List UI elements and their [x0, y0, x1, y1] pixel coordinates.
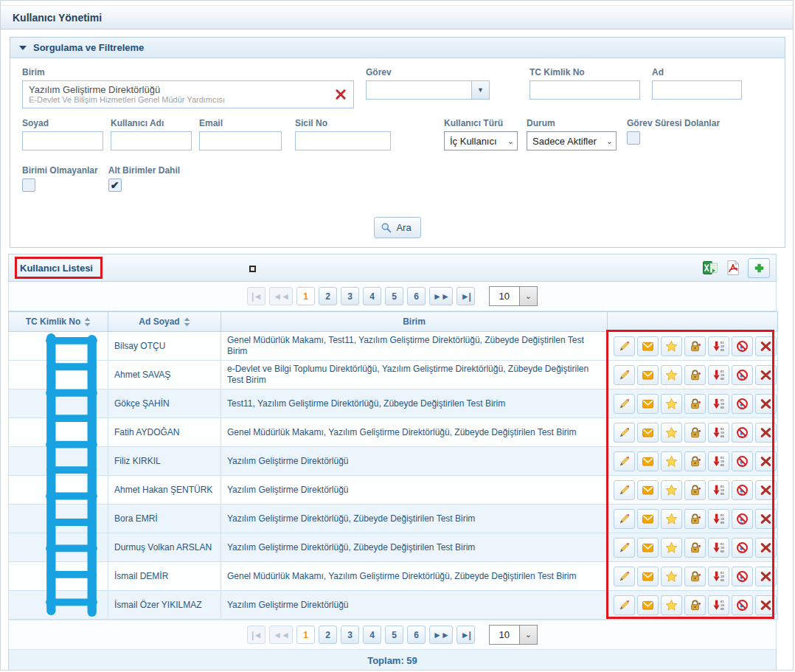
delete-x-button[interactable] — [755, 336, 777, 356]
page-button-5[interactable]: 5 — [385, 626, 403, 644]
pdf-export-icon[interactable] — [725, 260, 741, 276]
prev-page-button[interactable]: ◄◄ — [269, 287, 293, 305]
block-user-button[interactable] — [732, 567, 753, 586]
pencil-edit-button[interactable] — [614, 480, 635, 500]
excel-export-icon[interactable] — [702, 260, 718, 276]
block-user-button[interactable] — [732, 423, 753, 443]
envelope-button[interactable] — [637, 336, 659, 356]
delete-x-button[interactable] — [755, 538, 777, 558]
kullanici-adi-input[interactable] — [111, 131, 192, 150]
envelope-button[interactable] — [637, 509, 659, 529]
lock-button[interactable] — [684, 538, 706, 558]
ad-input[interactable] — [652, 80, 742, 100]
next-page-button[interactable]: ►► — [429, 626, 453, 644]
lock-button[interactable] — [684, 509, 706, 529]
envelope-button[interactable] — [637, 394, 659, 414]
envelope-button[interactable] — [637, 480, 659, 500]
add-user-button[interactable] — [748, 258, 770, 278]
lock-button[interactable] — [684, 365, 706, 385]
arrow-down-binary-button[interactable]: 011000 — [708, 336, 729, 356]
lock-button[interactable] — [684, 567, 706, 586]
envelope-button[interactable] — [637, 595, 659, 615]
star-button[interactable] — [661, 336, 682, 356]
block-user-button[interactable] — [732, 365, 753, 385]
lock-button[interactable] — [684, 595, 706, 615]
filter-panel-header[interactable]: Sorgulama ve Filtreleme — [10, 38, 785, 58]
arrow-down-binary-button[interactable]: 011000 — [708, 365, 729, 385]
gorev-suresi-checkbox[interactable] — [627, 131, 640, 145]
kullanici-turu-select[interactable]: İç Kullanıcı ⌄ — [444, 131, 518, 150]
arrow-down-binary-button[interactable]: 011000 — [708, 423, 729, 443]
block-user-button[interactable] — [732, 451, 753, 471]
arrow-down-binary-button[interactable]: 011000 — [708, 480, 729, 500]
arrow-down-binary-button[interactable]: 011000 — [708, 394, 729, 414]
delete-x-button[interactable] — [755, 365, 777, 385]
page-button-6[interactable]: 6 — [407, 287, 426, 305]
delete-x-button[interactable] — [755, 394, 777, 414]
pencil-edit-button[interactable] — [614, 509, 635, 529]
birim-autocomplete[interactable]: Yazılım Geliştirme Direktörlüğü E-Devlet… — [22, 80, 354, 108]
page-button-1[interactable]: 1 — [296, 626, 315, 644]
block-user-button[interactable] — [732, 509, 753, 529]
header-birim[interactable]: Birim — [221, 312, 608, 332]
pencil-edit-button[interactable] — [614, 595, 635, 615]
pencil-edit-button[interactable] — [614, 538, 635, 558]
lock-button[interactable] — [684, 336, 706, 356]
envelope-button[interactable] — [637, 451, 659, 471]
delete-x-button[interactable] — [755, 567, 777, 586]
delete-x-button[interactable] — [755, 423, 777, 443]
page-button-4[interactable]: 4 — [363, 626, 381, 644]
page-button-3[interactable]: 3 — [341, 626, 359, 644]
block-user-button[interactable] — [732, 480, 753, 500]
pencil-edit-button[interactable] — [614, 567, 635, 586]
page-button-6[interactable]: 6 — [407, 626, 426, 644]
delete-x-button[interactable] — [755, 451, 777, 471]
pencil-edit-button[interactable] — [614, 423, 635, 443]
star-button[interactable] — [661, 423, 682, 443]
block-user-button[interactable] — [732, 336, 753, 356]
pencil-edit-button[interactable] — [614, 451, 635, 471]
page-button-2[interactable]: 2 — [319, 626, 337, 644]
star-button[interactable] — [661, 509, 682, 529]
page-button-2[interactable]: 2 — [319, 287, 337, 305]
first-page-button[interactable]: |◄ — [247, 287, 265, 305]
star-button[interactable] — [661, 595, 682, 615]
header-tc-kimlik[interactable]: TC Kimlik No — [9, 312, 108, 332]
block-user-button[interactable] — [732, 394, 753, 414]
last-page-button[interactable]: ►| — [456, 287, 475, 305]
red-x-clear-icon[interactable] — [334, 88, 347, 101]
arrow-down-binary-button[interactable]: 011000 — [708, 595, 729, 615]
last-page-button[interactable]: ►| — [456, 626, 475, 644]
envelope-button[interactable] — [637, 365, 659, 385]
pencil-edit-button[interactable] — [614, 336, 635, 356]
arrow-down-binary-button[interactable]: 011000 — [708, 451, 729, 471]
page-button-4[interactable]: 4 — [363, 287, 381, 305]
star-button[interactable] — [661, 538, 682, 558]
lock-button[interactable] — [684, 394, 706, 414]
envelope-button[interactable] — [637, 567, 659, 586]
arrow-down-binary-button[interactable]: 011000 — [708, 567, 729, 586]
star-button[interactable] — [661, 451, 682, 471]
prev-page-button[interactable]: ◄◄ — [269, 626, 293, 644]
search-button[interactable]: Ara — [374, 217, 420, 238]
durum-select[interactable]: Sadece Aktifler ⌄ — [527, 131, 617, 150]
star-button[interactable] — [661, 567, 682, 586]
page-button-5[interactable]: 5 — [385, 287, 403, 305]
delete-x-button[interactable] — [755, 480, 777, 500]
tc-kimlik-input[interactable] — [530, 80, 640, 100]
page-button-1[interactable]: 1 — [296, 287, 315, 305]
sicil-no-input[interactable] — [295, 131, 391, 150]
email-input[interactable] — [199, 131, 282, 150]
envelope-button[interactable] — [637, 423, 659, 443]
caret-down-icon[interactable]: ▼ — [471, 81, 489, 99]
envelope-button[interactable] — [637, 538, 659, 558]
header-ad-soyad[interactable]: Ad Soyad — [108, 312, 221, 332]
star-button[interactable] — [661, 480, 682, 500]
next-page-button[interactable]: ►► — [429, 287, 453, 305]
star-button[interactable] — [661, 394, 682, 414]
alt-birimler-checkbox[interactable]: ✔ — [108, 179, 122, 192]
block-user-button[interactable] — [732, 538, 753, 558]
page-button-3[interactable]: 3 — [341, 287, 359, 305]
arrow-down-binary-button[interactable]: 011000 — [708, 538, 729, 558]
soyad-input[interactable] — [22, 131, 103, 150]
